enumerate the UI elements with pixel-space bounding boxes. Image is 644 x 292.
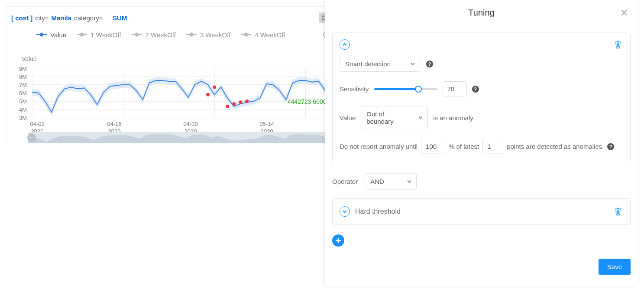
help-icon[interactable]: ?: [472, 86, 479, 93]
y-tick: 9M: [19, 66, 27, 72]
help-icon[interactable]: ?: [426, 61, 433, 67]
anomaly-mid: % of latest: [449, 143, 479, 150]
legend-2weekoff[interactable]: 2 WeekOff: [132, 31, 176, 39]
chart-legend: Value 1 WeekOff 2 WeekOff 3 WeekOff 4 We…: [6, 23, 361, 39]
operator-select[interactable]: AND: [365, 173, 417, 189]
chart-plot[interactable]: 9M 8M 7M 6M 5M 4M 3M 04-022020 04-162020…: [32, 68, 358, 118]
tuning-header: Tuning: [332, 8, 631, 24]
svg-point-20: [226, 105, 229, 108]
value-suffix: is an anomaly.: [433, 114, 475, 122]
svg-point-18: [206, 93, 210, 96]
legend-value[interactable]: Value: [36, 31, 66, 39]
slider-thumb[interactable]: [415, 86, 422, 93]
dim-value-category[interactable]: __SUM__: [105, 14, 134, 22]
operator-label: Operator: [332, 178, 358, 185]
anomaly-suffix: points are detected as anomalies.: [507, 143, 604, 150]
chevron-down-icon: [407, 178, 412, 185]
save-button[interactable]: Save: [599, 259, 631, 275]
svg-point-21: [232, 102, 236, 106]
y-tick: 6M: [19, 90, 27, 96]
legend-1weekoff[interactable]: 1 WeekOff: [77, 31, 121, 39]
close-button[interactable]: [620, 9, 629, 17]
chart-header: [ cost ] city= Manila category= __SUM__: [6, 6, 361, 23]
collapse-down-icon[interactable]: [340, 206, 350, 217]
hard-threshold-label: Hard threshold: [355, 208, 401, 215]
chevron-down-icon: [418, 114, 423, 122]
dim-value-city[interactable]: Manila: [51, 14, 71, 22]
anomaly-percent-input[interactable]: [421, 139, 445, 154]
chart-panel: [ cost ] city= Manila category= __SUM__ …: [6, 6, 362, 143]
value-boundary-select[interactable]: Out of boundary: [361, 106, 428, 129]
detection-method-select[interactable]: Smart detection: [340, 56, 420, 72]
svg-point-0: [322, 16, 324, 18]
tuning-title: Tuning: [468, 8, 494, 18]
brush-sparkline: [28, 132, 357, 143]
add-rule-button[interactable]: [332, 234, 344, 247]
svg-point-19: [213, 85, 216, 89]
svg-point-23: [245, 99, 249, 103]
hover-value-label: 4442723.60000: [288, 98, 330, 105]
metric-name[interactable]: [ cost ]: [11, 14, 32, 22]
sensitivity-slider[interactable]: [374, 88, 437, 90]
brush-bar[interactable]: ☰: [28, 132, 357, 143]
y-tick: 8M: [19, 74, 27, 80]
anomaly-points-input[interactable]: [482, 139, 503, 154]
delete-rule-button[interactable]: [614, 40, 623, 49]
legend-4weekoff[interactable]: 4 WeekOff: [241, 31, 285, 39]
delete-rule-button[interactable]: [614, 207, 623, 216]
y-tick: 7M: [19, 82, 27, 88]
dim-key-category: category=: [74, 14, 103, 22]
collapse-up-icon[interactable]: [340, 39, 350, 50]
legend-3weekoff[interactable]: 3 WeekOff: [186, 31, 230, 39]
sensitivity-input[interactable]: [443, 81, 467, 96]
chevron-down-icon: [410, 60, 415, 67]
anomaly-prefix: Do not report anomaly until: [340, 143, 417, 150]
svg-point-22: [239, 100, 242, 104]
hard-threshold-card: Hard threshold: [332, 198, 631, 225]
y-axis-title: Value: [22, 55, 37, 62]
help-icon[interactable]: ?: [607, 143, 614, 150]
chart-svg[interactable]: [32, 68, 358, 118]
sensitivity-label: Sensitivity: [340, 85, 369, 93]
tuning-panel: Tuning Smart detection ? Sensitivity: [325, 0, 638, 286]
dim-key-city: city=: [35, 14, 49, 22]
y-tick: 4M: [19, 107, 27, 112]
brush-handle[interactable]: ☰: [27, 133, 36, 142]
value-label: Value: [340, 114, 356, 122]
y-tick: 5M: [19, 99, 27, 104]
smart-detection-card: Smart detection ? Sensitivity ? Value Ou…: [332, 32, 631, 162]
y-tick: 3M: [19, 115, 27, 121]
